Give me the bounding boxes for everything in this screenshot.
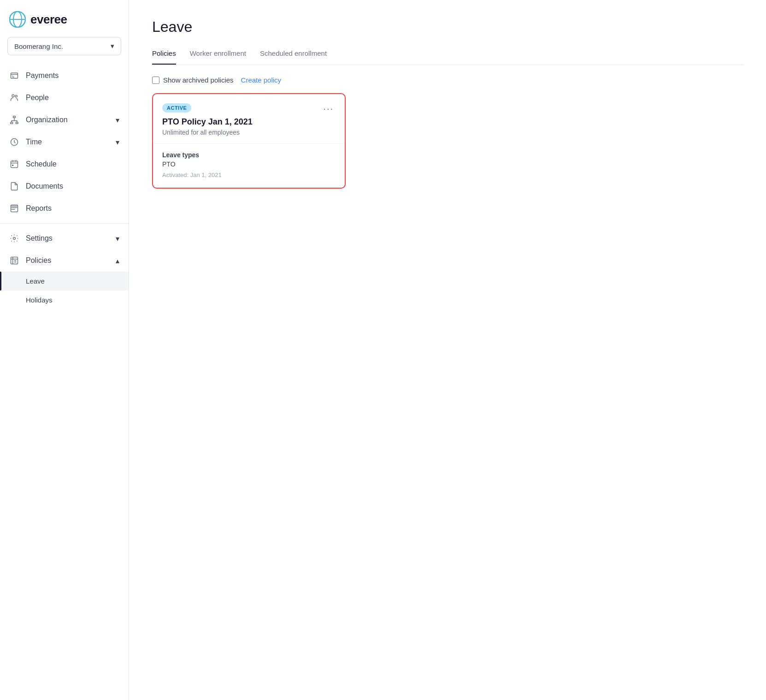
leave-types-label: Leave types xyxy=(162,151,336,159)
organization-label: Organization xyxy=(26,116,68,124)
sidebar-item-holidays[interactable]: Holidays xyxy=(0,291,129,309)
nav-section: Payments People xyxy=(0,65,129,700)
policy-card-menu-button[interactable]: ··· xyxy=(321,103,336,114)
policy-card-details: Leave types PTO Activated: Jan 1, 2021 xyxy=(153,144,345,188)
sidebar: everee Boomerang Inc. ▾ Payments xyxy=(0,0,129,700)
settings-icon xyxy=(9,233,19,243)
logo-text: everee xyxy=(30,12,67,27)
settings-label: Settings xyxy=(26,234,53,243)
sidebar-item-payments[interactable]: Payments xyxy=(0,65,129,87)
sidebar-item-people[interactable]: People xyxy=(0,87,129,109)
reports-icon xyxy=(9,203,19,214)
sidebar-item-settings[interactable]: Settings ▾ xyxy=(0,227,129,249)
tabs-bar: Policies Worker enrollment Scheduled enr… xyxy=(152,49,743,65)
status-badge: ACTIVE xyxy=(162,103,191,113)
payments-label: Payments xyxy=(26,71,59,80)
documents-label: Documents xyxy=(26,182,63,190)
tab-policies[interactable]: Policies xyxy=(152,49,176,65)
page-title: Leave xyxy=(152,18,743,36)
sidebar-item-policies[interactable]: Policies ▴ xyxy=(0,249,129,272)
main-content: Leave Policies Worker enrollment Schedul… xyxy=(129,0,766,700)
schedule-icon xyxy=(9,159,19,169)
time-label: Time xyxy=(26,138,42,146)
people-icon xyxy=(9,93,19,103)
svg-rect-7 xyxy=(11,122,13,124)
sidebar-item-reports[interactable]: Reports xyxy=(0,197,129,219)
sidebar-item-organization[interactable]: Organization ▾ xyxy=(0,109,129,131)
leave-label: Leave xyxy=(26,277,45,285)
svg-point-4 xyxy=(12,95,14,97)
time-icon xyxy=(9,137,19,147)
policy-card-info: ACTIVE PTO Policy Jan 1, 2021 Unlimited … xyxy=(162,103,253,136)
people-label: People xyxy=(26,94,49,102)
documents-icon xyxy=(9,181,19,191)
svg-point-12 xyxy=(13,237,16,240)
svg-rect-8 xyxy=(16,122,18,124)
toolbar: Show archived policies Create policy xyxy=(152,76,743,84)
tab-worker-enrollment[interactable]: Worker enrollment xyxy=(190,49,246,65)
reports-label: Reports xyxy=(26,204,52,213)
policy-name: PTO Policy Jan 1, 2021 xyxy=(162,117,253,127)
tab-scheduled-enrollment[interactable]: Scheduled enrollment xyxy=(260,49,327,65)
organization-icon xyxy=(9,115,19,125)
svg-point-5 xyxy=(15,95,17,97)
nav-divider-1 xyxy=(0,223,129,224)
company-selector[interactable]: Boomerang Inc. ▾ xyxy=(7,37,121,55)
activated-text: Activated: Jan 1, 2021 xyxy=(162,172,336,178)
schedule-label: Schedule xyxy=(26,160,57,168)
company-name: Boomerang Inc. xyxy=(14,42,63,50)
organization-chevron-icon: ▾ xyxy=(116,116,119,125)
sidebar-item-schedule[interactable]: Schedule xyxy=(0,153,129,175)
time-chevron-icon: ▾ xyxy=(116,138,119,147)
logo-area: everee xyxy=(0,0,129,37)
show-archived-label[interactable]: Show archived policies xyxy=(152,76,234,84)
policies-chevron-up-icon: ▴ xyxy=(116,256,119,265)
sidebar-item-documents[interactable]: Documents xyxy=(0,175,129,197)
create-policy-button[interactable]: Create policy xyxy=(241,76,282,84)
settings-chevron-icon: ▾ xyxy=(116,234,119,243)
policy-card-header: ACTIVE PTO Policy Jan 1, 2021 Unlimited … xyxy=(153,94,345,144)
sidebar-item-time[interactable]: Time ▾ xyxy=(0,131,129,153)
svg-rect-10 xyxy=(11,161,18,167)
policies-label: Policies xyxy=(26,256,51,265)
policy-description: Unlimited for all employees xyxy=(162,129,253,136)
policies-icon xyxy=(9,255,19,266)
sidebar-item-leave[interactable]: Leave xyxy=(0,272,129,291)
svg-rect-6 xyxy=(13,116,16,118)
show-archived-checkbox[interactable] xyxy=(152,77,159,84)
company-dropdown-icon: ▾ xyxy=(111,42,114,50)
everee-logo-icon xyxy=(9,11,26,28)
payments-icon xyxy=(9,71,19,81)
policy-card: ACTIVE PTO Policy Jan 1, 2021 Unlimited … xyxy=(152,93,346,189)
holidays-label: Holidays xyxy=(26,296,53,304)
leave-type-value: PTO xyxy=(162,160,336,168)
